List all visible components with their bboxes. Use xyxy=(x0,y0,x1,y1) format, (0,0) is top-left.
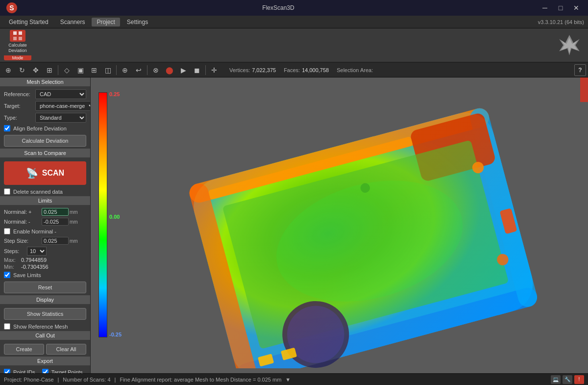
tb-cube-btn[interactable]: ◫ xyxy=(101,64,114,77)
type-select[interactable]: Standard xyxy=(35,113,86,123)
menu-settings[interactable]: Settings xyxy=(122,18,153,26)
norminal-minus-input[interactable] xyxy=(42,218,69,226)
step-size-unit: mm xyxy=(70,238,78,244)
help-button[interactable]: ? xyxy=(574,64,586,76)
tb-move-btn[interactable]: ✛ xyxy=(208,64,220,77)
step-size-input[interactable] xyxy=(42,237,69,245)
max-row: Max: 0.7944859 xyxy=(0,257,90,263)
target-row: Target: phone-case-merge xyxy=(0,100,90,112)
delete-scanned-data-row: Delete scanned data xyxy=(0,187,90,196)
tb-undo-btn[interactable]: ↩ xyxy=(132,64,145,77)
show-reference-mesh-checkbox[interactable] xyxy=(4,323,10,330)
max-value: 0.7944859 xyxy=(21,257,47,263)
svg-rect-3 xyxy=(19,31,22,35)
calculate-deviation-button[interactable]: Calculate Deviation xyxy=(4,135,86,147)
tb-record-btn[interactable]: ⬤ xyxy=(163,64,176,77)
viewport[interactable]: 0.25 0.00 -0.25 xyxy=(91,77,588,373)
maximize-button[interactable]: □ xyxy=(553,0,568,16)
svg-rect-2 xyxy=(13,31,17,35)
point-ids-label: Point IDs xyxy=(13,369,35,374)
align-before-deviation-label: Align Before Deviation xyxy=(13,126,67,131)
create-button[interactable]: Create xyxy=(4,344,44,355)
save-limits-row: Save Limits xyxy=(0,270,90,280)
show-statistics-button[interactable]: Show Statistics xyxy=(4,308,86,320)
mesh-selection-title: Mesh Selection xyxy=(0,77,90,86)
reference-label: Reference: xyxy=(4,91,33,97)
calculate-deviation-icon xyxy=(10,30,25,42)
tb-zoom-btn[interactable]: ⊞ xyxy=(43,64,56,77)
mode-bar: Mode xyxy=(4,55,31,60)
app-title: FlexScan3D xyxy=(20,4,537,11)
tb-snap-btn[interactable]: ⊕ xyxy=(119,64,131,77)
norminal-minus-label: Norminal: - xyxy=(4,219,41,225)
type-label: Type: xyxy=(4,115,33,121)
status-icon-1: 💻 xyxy=(551,375,561,384)
align-before-deviation-checkbox[interactable] xyxy=(4,125,10,131)
svg-rect-25 xyxy=(187,106,539,368)
status-scans: Number of Scans: 4 xyxy=(63,377,110,383)
app-version: v3.3.10.21 (64 bits) xyxy=(538,19,584,25)
tb-lasso-btn[interactable]: ◇ xyxy=(60,64,73,77)
norminal-minus-row: Norminal: - mm xyxy=(0,217,90,227)
tb-pan-btn[interactable]: ✥ xyxy=(29,64,42,77)
menu-scanners[interactable]: Scanners xyxy=(55,18,90,26)
scan-button[interactable]: 📡 SCAN xyxy=(4,161,86,185)
scan-to-compare-title: Scan to Compare xyxy=(0,149,90,157)
faces-label: Faces: xyxy=(284,67,300,73)
menu-getting-started[interactable]: Getting Started xyxy=(4,18,53,26)
tb-deselect-btn[interactable]: ⊗ xyxy=(149,64,162,77)
norminal-minus-unit: mm xyxy=(70,219,78,225)
point-ids-checkbox[interactable] xyxy=(4,369,10,373)
title-bar: S FlexScan3D ─ □ ✕ xyxy=(0,0,588,16)
menu-bar: Getting Started Scanners Project Setting… xyxy=(0,16,588,28)
min-label: Min: xyxy=(4,264,21,270)
target-points-checkbox[interactable] xyxy=(42,369,49,373)
status-project: Project: Phone-Case xyxy=(4,377,54,383)
clear-all-button[interactable]: Clear All xyxy=(46,344,86,355)
align-before-deviation-row: Align Before Deviation xyxy=(0,124,90,133)
save-limits-checkbox[interactable] xyxy=(4,272,10,278)
calculate-deviation-ribbon-btn[interactable]: Calculate Deviation Mode xyxy=(4,30,31,60)
norminal-plus-label: Norminal: + xyxy=(4,209,41,215)
status-dropdown-icon[interactable]: ▼ xyxy=(285,377,291,383)
enable-norminal-minus-checkbox[interactable] xyxy=(4,228,10,234)
target-select[interactable]: phone-case-merge xyxy=(35,101,91,111)
tb-select-btn[interactable]: ⊕ xyxy=(2,64,15,77)
status-separator-2: | xyxy=(115,377,116,383)
call-out-title: Call Out xyxy=(0,331,90,340)
tb-stop-btn[interactable]: ◼ xyxy=(191,64,203,77)
enable-norminal-minus-row: Enable Norminal - xyxy=(0,227,90,236)
tb-play-btn[interactable]: ▶ xyxy=(177,64,190,77)
selection-area-label: Selection Area: xyxy=(337,67,373,73)
minimize-button[interactable]: ─ xyxy=(537,0,553,16)
menu-project[interactable]: Project xyxy=(92,18,120,26)
target-points-label: Target Points xyxy=(51,369,83,374)
norminal-plus-input[interactable] xyxy=(42,208,69,216)
left-panel: Mesh Selection Reference: CAD Target: ph… xyxy=(0,77,91,373)
color-scale-bar xyxy=(98,92,107,337)
ribbon: Calculate Deviation Mode xyxy=(0,28,588,63)
export-title: Export xyxy=(0,357,90,365)
toolbar-separator-3 xyxy=(147,65,147,75)
vertices-label: Vertices: xyxy=(229,67,250,73)
close-button[interactable]: ✕ xyxy=(568,0,584,16)
toolbar-separator-2 xyxy=(116,65,117,75)
reset-button[interactable]: Reset xyxy=(4,282,86,293)
reference-select[interactable]: CAD xyxy=(35,89,86,99)
toolbar: ⊕ ↻ ✥ ⊞ ◇ ▣ ⊞ ◫ ⊕ ↩ ⊗ ⬤ ▶ ◼ ✛ Vertices: … xyxy=(0,63,588,77)
display-title: Display xyxy=(0,295,90,304)
norminal-plus-row: Norminal: + mm xyxy=(0,207,90,217)
type-row: Type: Standard xyxy=(0,112,90,124)
tb-rect-btn[interactable]: ▣ xyxy=(74,64,87,77)
step-size-label: Step Size: xyxy=(4,238,41,244)
svg-text:S: S xyxy=(9,4,14,12)
steps-label: Steps: xyxy=(4,248,26,254)
status-alignment: Fine Alignment report: average Mesh to M… xyxy=(120,377,281,383)
steps-select[interactable]: 10 5 20 xyxy=(27,247,47,256)
window-controls: ─ □ ✕ xyxy=(537,0,584,16)
svg-rect-5 xyxy=(19,37,22,40)
delete-scanned-data-checkbox[interactable] xyxy=(4,188,10,195)
tb-rotate-btn[interactable]: ↻ xyxy=(16,64,28,77)
toolbar-separator-1 xyxy=(58,65,58,75)
tb-grid-btn[interactable]: ⊞ xyxy=(88,64,100,77)
